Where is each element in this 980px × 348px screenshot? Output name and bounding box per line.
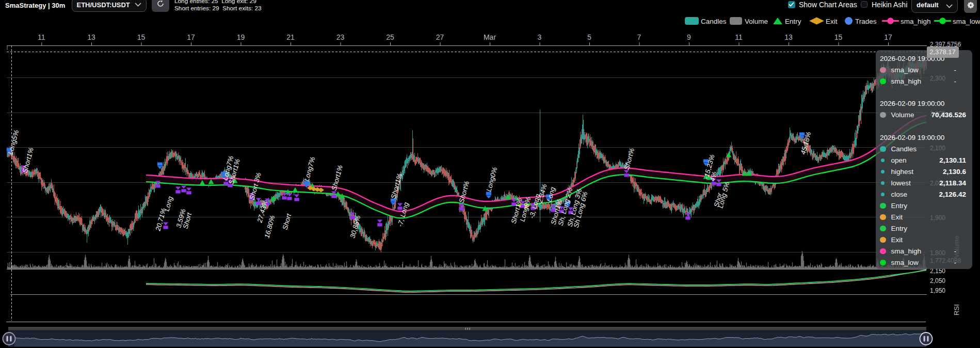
svg-text:25: 25 bbox=[386, 33, 394, 41]
svg-text:Short1%: Short1% bbox=[330, 164, 344, 192]
svg-text:16,80%: 16,80% bbox=[263, 214, 276, 239]
svg-text:13: 13 bbox=[784, 33, 793, 41]
svg-text:Short%: Short% bbox=[622, 147, 636, 171]
svg-text:Long5%: Long5% bbox=[6, 129, 20, 155]
svg-text:23: 23 bbox=[336, 33, 345, 41]
svg-text:15: 15 bbox=[834, 33, 843, 41]
svg-text:Long: Long bbox=[163, 195, 174, 212]
svg-text:3: 3 bbox=[538, 33, 542, 41]
svg-text:17: 17 bbox=[187, 33, 195, 41]
svg-text:19: 19 bbox=[237, 33, 245, 41]
svg-text:Short: Short bbox=[281, 212, 293, 231]
svg-text:RSI: RSI bbox=[953, 304, 960, 315]
svg-text:2,050: 2,050 bbox=[930, 277, 945, 284]
svg-text:9: 9 bbox=[687, 33, 691, 41]
svg-text:7: 7 bbox=[637, 33, 641, 41]
svg-text:5: 5 bbox=[587, 33, 591, 41]
svg-text:17: 17 bbox=[884, 33, 892, 41]
svg-text:Long7%: Long7% bbox=[302, 156, 316, 182]
svg-text:Mar: Mar bbox=[484, 33, 496, 41]
svg-text:1,950: 1,950 bbox=[930, 287, 945, 294]
svg-text:Short1%: Short1% bbox=[21, 147, 35, 174]
svg-text:Long0%: Long0% bbox=[485, 166, 499, 193]
svg-text:21: 21 bbox=[286, 33, 295, 41]
svg-text:15: 15 bbox=[137, 33, 146, 41]
svg-text:11: 11 bbox=[38, 33, 45, 41]
svg-text:11: 11 bbox=[735, 33, 743, 41]
svg-text:13: 13 bbox=[87, 33, 95, 41]
svg-text:Short1%: Short1% bbox=[389, 172, 404, 200]
svg-text:27: 27 bbox=[436, 33, 444, 41]
